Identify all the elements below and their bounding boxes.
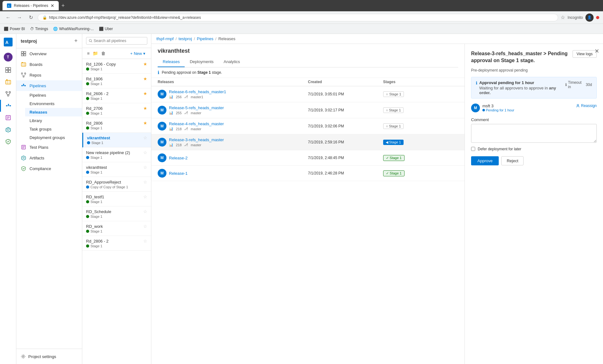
star-icon[interactable]: ★: [143, 62, 147, 67]
stage-badge[interactable]: ○ Stage 1: [383, 123, 404, 129]
stage-badge[interactable]: ○ Stage 1: [383, 107, 404, 113]
star-icon[interactable]: ★: [143, 76, 147, 81]
reject-button[interactable]: Reject: [501, 156, 524, 165]
view-logs-button[interactable]: View logs: [573, 50, 597, 58]
pipeline-item[interactable]: vikranthtest ☆ Stage 1: [82, 162, 151, 177]
stage-badge-success[interactable]: ✓ Stage 1: [383, 155, 405, 161]
bookmark-uber[interactable]: ⬛ Uber: [99, 27, 113, 31]
star-icon[interactable]: ★: [143, 106, 147, 111]
pipeline-item[interactable]: Rd_2706 ★ Stage 1: [82, 103, 151, 118]
pipeline-item[interactable]: New release pipeline (2) ☆ Stage 1: [82, 147, 151, 162]
sidebar-item-overview[interactable]: Overview: [16, 48, 82, 59]
list-view-button[interactable]: ≡: [86, 50, 90, 57]
approval-close-button[interactable]: ✕: [595, 48, 599, 55]
release-name[interactable]: Release-6-refs_heads_master1: [169, 89, 226, 94]
nav-testplans[interactable]: [0, 112, 16, 124]
release-name[interactable]: Release-1: [169, 171, 187, 176]
svg-text:A: A: [8, 4, 10, 8]
approve-button[interactable]: Approve: [471, 156, 499, 165]
stage-badge[interactable]: ○ Stage 1: [383, 91, 404, 97]
delete-button[interactable]: 🗑: [100, 50, 106, 57]
new-pipeline-button[interactable]: + New ▾: [128, 50, 147, 57]
address-bar[interactable]: 🔒 https://dev.azure.com/tfspf-rmpf/testp…: [38, 14, 558, 21]
pipeline-item[interactable]: RD_work ☆ Stage 1: [82, 221, 151, 236]
sidebar-item-testplans[interactable]: Test Plans: [16, 142, 82, 153]
sidebar-add-button[interactable]: +: [74, 38, 78, 44]
star-empty-icon[interactable]: ☆: [143, 238, 147, 244]
new-tab-button[interactable]: +: [61, 3, 65, 9]
sidebar-item-releases[interactable]: Releases: [25, 108, 82, 116]
nav-boards[interactable]: [0, 76, 16, 88]
breadcrumb-pipelines[interactable]: Pipelines: [197, 36, 214, 41]
search-input[interactable]: [94, 39, 144, 43]
sidebar-settings-item[interactable]: Project settings: [21, 351, 78, 361]
pipeline-item[interactable]: Rd_2606 - 2 ★ Stage 1: [82, 88, 151, 103]
star-empty-icon[interactable]: ☆: [143, 224, 147, 229]
sidebar-item-pipelines[interactable]: Pipelines: [16, 80, 82, 91]
build-count-icon: 📊: [169, 127, 173, 131]
defer-checkbox[interactable]: [471, 147, 475, 151]
star-empty-icon[interactable]: ☆: [143, 150, 147, 155]
pipeline-item[interactable]: Rd_1206 - Copy ★ Stage 1: [82, 59, 151, 74]
pipeline-item-active[interactable]: vikranthtest ☆ Stage 1: [82, 133, 151, 147]
nav-repos[interactable]: [0, 88, 16, 100]
star-icon[interactable]: ★: [143, 120, 147, 126]
release-name[interactable]: Release-2: [169, 156, 187, 160]
browser-tab[interactable]: A Releases - Pipelines ✕: [3, 1, 59, 10]
pipeline-item[interactable]: Rd_2806 ★ Stage 1: [82, 118, 151, 133]
release-name[interactable]: Release-5-refs_heads_master: [169, 105, 224, 110]
release-name[interactable]: Release-3-refs_heads_master: [169, 137, 224, 142]
pipeline-item[interactable]: RD_testf1 ☆ Stage 1: [82, 192, 151, 206]
star-icon[interactable]: ★: [143, 91, 147, 96]
pipeline-item[interactable]: Rd_1906 ★ Stage 1: [82, 74, 151, 88]
star-empty-icon[interactable]: ☆: [143, 179, 147, 185]
pipeline-item[interactable]: RD_Schedule ☆ Stage 1: [82, 206, 151, 221]
bookmark-timings[interactable]: ⏱ Timings: [30, 27, 48, 31]
sidebar-item-environments[interactable]: Environments: [25, 99, 82, 108]
pipeline-item[interactable]: RD_ApproveReject ☆ Copy of Copy of Stage…: [82, 177, 151, 192]
sidebar-item-pipelines-sub[interactable]: Pipelines: [25, 91, 82, 99]
nav-user[interactable]: T: [0, 50, 16, 64]
star-empty-icon[interactable]: ☆: [143, 165, 147, 170]
star-empty-icon[interactable]: ☆: [143, 209, 147, 214]
folder-view-button[interactable]: 📁: [92, 50, 99, 57]
sidebar-item-deploymentgroups[interactable]: Deployment groups: [25, 133, 82, 142]
stage-badge-success[interactable]: ✓ Stage 1: [383, 170, 405, 176]
forward-button[interactable]: →: [15, 13, 24, 22]
star-empty-icon[interactable]: ☆: [143, 194, 147, 199]
reload-button[interactable]: ↻: [26, 13, 35, 22]
release-name[interactable]: Release-4-refs_heads_master: [169, 121, 224, 126]
tab-deployments[interactable]: Deployments: [185, 57, 219, 67]
nav-compliance[interactable]: [0, 136, 16, 147]
comment-textarea[interactable]: [471, 124, 597, 143]
reassign-button[interactable]: Reassign: [576, 104, 597, 108]
sidebar-item-boards[interactable]: Boards: [16, 59, 82, 70]
tab-analytics[interactable]: Analytics: [219, 57, 245, 67]
sidebar-item-compliance[interactable]: Compliance: [16, 163, 82, 174]
nav-pipelines[interactable]: [0, 100, 16, 112]
tab-releases[interactable]: Releases: [158, 57, 185, 67]
nav-overview[interactable]: [0, 64, 16, 76]
sidebar-item-repos[interactable]: Repos: [16, 70, 82, 80]
back-button[interactable]: ←: [4, 13, 13, 22]
star-empty-icon[interactable]: ☆: [143, 135, 147, 140]
search-box[interactable]: [86, 37, 147, 45]
timings-icon: ⏱: [30, 27, 34, 31]
sidebar-pipelines-sub-label: Pipelines: [30, 93, 46, 98]
pipeline-item[interactable]: Rd_2806 - 2 ☆ Stage 1: [82, 236, 151, 251]
nav-artifacts[interactable]: [0, 124, 16, 136]
bookmark-whatwasrunning[interactable]: 🌐 WhatWasRunning-...: [53, 27, 94, 31]
stage-badge-pending[interactable]: ◀ Stage 1: [383, 140, 404, 145]
sidebar-item-artifacts[interactable]: Artifacts: [16, 153, 82, 163]
user-avatar[interactable]: 👤: [585, 13, 594, 22]
breadcrumb-project[interactable]: testproj: [179, 36, 192, 41]
bookmark-powerbi[interactable]: ⬛ Power BI: [4, 27, 25, 31]
sidebar-settings-label: Project settings: [28, 354, 56, 359]
azure-devops-logo[interactable]: A: [3, 36, 14, 48]
bookmark-star-button[interactable]: ☆: [561, 14, 565, 20]
sidebar-item-library[interactable]: Library: [25, 116, 82, 125]
tab-close-button[interactable]: ✕: [51, 3, 54, 8]
defer-label[interactable]: Defer deployment for later: [478, 147, 521, 151]
sidebar-item-taskgroups[interactable]: Task groups: [25, 125, 82, 133]
breadcrumb-org[interactable]: tfspf-rmpf: [156, 36, 174, 41]
